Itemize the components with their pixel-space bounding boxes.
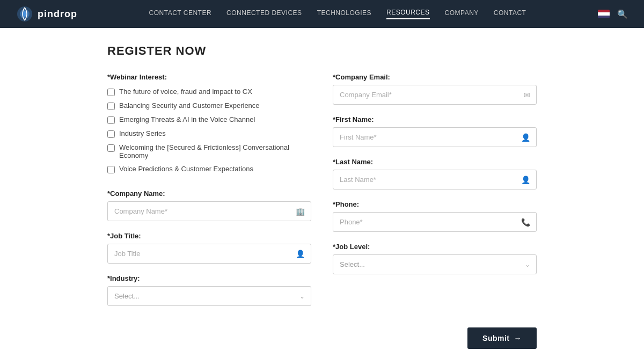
- nav-right: 🔍: [598, 9, 628, 19]
- first-name-label: *First Name:: [333, 115, 537, 123]
- industry-select[interactable]: Select...: [107, 286, 311, 306]
- job-level-select[interactable]: Select...: [333, 254, 537, 274]
- webinar-interest-group: *Webinar Interest: The future of voice, …: [107, 73, 311, 173]
- checkbox-option-1[interactable]: [107, 89, 115, 96]
- checkbox-option-6[interactable]: [107, 166, 115, 173]
- list-item: Industry Series: [107, 129, 311, 138]
- last-name-label: *Last Name:: [333, 158, 537, 166]
- submit-wrap: Submit →: [107, 327, 537, 349]
- nav-company[interactable]: COMPANY: [445, 9, 479, 19]
- list-item: The future of voice, fraud and impact to…: [107, 88, 311, 96]
- phone-input-wrap: 📞: [333, 212, 537, 232]
- logo-text: pindrop: [38, 9, 77, 20]
- form-layout: *Webinar Interest: The future of voice, …: [107, 73, 537, 317]
- first-name-input-wrap: 👤: [333, 127, 537, 147]
- nav-technologies[interactable]: TECHNOLOGIES: [317, 9, 371, 19]
- webinar-checkbox-list: The future of voice, fraud and impact to…: [107, 88, 311, 173]
- list-item: Voice Predictions & Customer Expectation…: [107, 165, 311, 173]
- job-level-select-wrap: Select... ⌄: [333, 254, 537, 274]
- list-item: Balancing Security and Customer Experien…: [107, 101, 311, 110]
- language-flag[interactable]: [598, 10, 610, 18]
- company-name-input[interactable]: [107, 201, 311, 221]
- main-content: REGISTER NOW *Webinar Interest: The futu…: [0, 28, 644, 350]
- company-email-label: *Company Email:: [333, 73, 537, 81]
- nav-contact[interactable]: CONTACT: [494, 9, 526, 19]
- webinar-interest-label: *Webinar Interest:: [107, 73, 311, 81]
- form-left: *Webinar Interest: The future of voice, …: [107, 73, 311, 317]
- nav-links: CONTACT CENTER CONNECTED DEVICES TECHNOL…: [149, 9, 526, 19]
- industry-label: *Industry:: [107, 274, 311, 282]
- job-title-label: *Job Title:: [107, 232, 311, 240]
- submit-button[interactable]: Submit →: [467, 327, 537, 349]
- last-name-group: *Last Name: 👤: [333, 158, 537, 189]
- checkbox-label-2: Balancing Security and Customer Experien…: [119, 101, 260, 110]
- job-level-group: *Job Level: Select... ⌄: [333, 243, 537, 274]
- checkbox-label-3: Emerging Threats & AI in the Voice Chann…: [119, 115, 255, 123]
- company-name-label: *Company Name:: [107, 189, 311, 198]
- checkbox-label-6: Voice Predictions & Customer Expectation…: [119, 165, 253, 173]
- arrow-icon: →: [514, 334, 522, 342]
- checkbox-label-5: Welcoming the [Secured & Frictionless] C…: [119, 143, 311, 159]
- nav-contact-center[interactable]: CONTACT CENTER: [149, 9, 212, 19]
- last-name-input-wrap: 👤: [333, 170, 537, 189]
- industry-group: *Industry: Select... ⌄: [107, 274, 311, 306]
- list-item: Welcoming the [Secured & Frictionless] C…: [107, 143, 311, 159]
- checkbox-option-5[interactable]: [107, 144, 115, 152]
- company-email-input[interactable]: [333, 85, 537, 105]
- job-title-group: *Job Title: 👤: [107, 232, 311, 264]
- first-name-group: *First Name: 👤: [333, 115, 537, 147]
- list-item: Emerging Threats & AI in the Voice Chann…: [107, 115, 311, 124]
- submit-label: Submit: [482, 334, 509, 342]
- checkbox-label-4: Industry Series: [119, 129, 166, 137]
- phone-input[interactable]: [333, 212, 537, 232]
- phone-label: *Phone:: [333, 200, 537, 208]
- job-level-label: *Job Level:: [333, 243, 537, 251]
- company-email-group: *Company Email: ✉: [333, 73, 537, 105]
- nav-connected-devices[interactable]: CONNECTED DEVICES: [226, 9, 302, 19]
- logo[interactable]: pindrop: [16, 5, 77, 23]
- search-icon[interactable]: 🔍: [617, 9, 628, 19]
- page-title: REGISTER NOW: [107, 44, 537, 58]
- checkbox-option-4[interactable]: [107, 130, 115, 138]
- checkbox-label-1: The future of voice, fraud and impact to…: [119, 88, 252, 96]
- form-right: *Company Email: ✉ *First Name: 👤 *Last N…: [333, 73, 537, 317]
- phone-group: *Phone: 📞: [333, 200, 537, 232]
- industry-select-wrap: Select... ⌄: [107, 286, 311, 306]
- job-title-input-wrap: 👤: [107, 244, 311, 264]
- checkbox-option-3[interactable]: [107, 116, 115, 124]
- job-title-input[interactable]: [107, 244, 311, 264]
- last-name-input[interactable]: [333, 170, 537, 189]
- company-email-input-wrap: ✉: [333, 85, 537, 105]
- navbar: pindrop CONTACT CENTER CONNECTED DEVICES…: [0, 0, 644, 28]
- company-name-group: *Company Name: 🏢: [107, 189, 311, 221]
- nav-resources[interactable]: RESOURCES: [386, 9, 430, 19]
- company-name-input-wrap: 🏢: [107, 201, 311, 221]
- first-name-input[interactable]: [333, 127, 537, 147]
- checkbox-option-2[interactable]: [107, 103, 115, 110]
